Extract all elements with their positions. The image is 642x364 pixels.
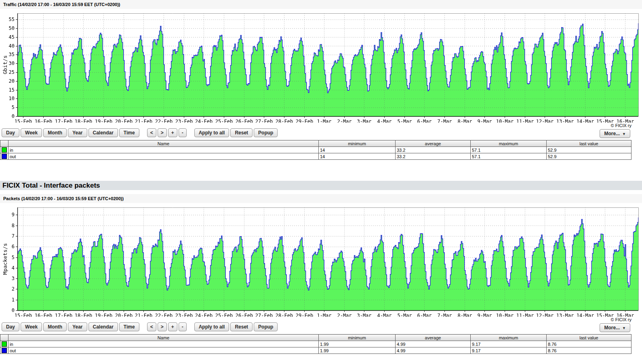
stat-max: 9.17 (471, 341, 547, 347)
zoom-out-button[interactable]: - (179, 128, 187, 137)
stat-max: 9.17 (471, 347, 547, 354)
step-back-button[interactable]: < (147, 128, 156, 137)
zoom-in-button[interactable]: + (168, 322, 177, 331)
col-last-value[interactable]: last value (547, 140, 631, 147)
series-name: in (8, 341, 319, 347)
chevron-down-icon: ▼ (622, 132, 626, 136)
col-maximum[interactable]: maximum (471, 140, 547, 147)
packets-graph (0, 203, 642, 317)
week-button[interactable]: Week (21, 322, 42, 331)
copyright-traffic: © FICIX ry (611, 123, 632, 128)
apply-to-all-button[interactable]: Apply to all (194, 128, 229, 137)
table-row: out 14 33.2 57.1 52.9 (0, 153, 631, 160)
time-button[interactable]: Time (119, 322, 139, 331)
stat-max: 57.1 (471, 153, 547, 160)
stat-last: 8.76 (547, 341, 631, 347)
day-button[interactable]: Day (2, 128, 19, 137)
zoom-in-button[interactable]: + (168, 128, 177, 137)
year-button[interactable]: Year (68, 128, 87, 137)
stat-last: 52.9 (547, 147, 631, 153)
more-dropdown-packets[interactable]: More...▼ (600, 323, 630, 332)
traffic-stats-table: Name minimum average maximum last value … (0, 140, 631, 160)
traffic-section: Traffic (14/02/20 17:00 - 16/03/20 15:59… (0, 0, 642, 160)
graph-title-packets: Packets (14/02/20 17:00 - 16/03/20 15:59… (0, 194, 642, 203)
stat-min: 14 (319, 153, 396, 160)
more-dropdown-traffic[interactable]: More...▼ (600, 129, 630, 138)
apply-to-all-button[interactable]: Apply to all (194, 322, 229, 331)
stat-avg: 4.99 (396, 341, 471, 347)
packets-section: Packets (14/02/20 17:00 - 16/03/20 15:59… (0, 194, 642, 354)
step-forward-button[interactable]: > (158, 128, 167, 137)
time-button[interactable]: Time (119, 128, 139, 137)
packets-stats-table: Name minimum average maximum last value … (0, 334, 631, 354)
calendar-button[interactable]: Calendar (88, 322, 118, 331)
series-name: out (8, 347, 319, 354)
month-button[interactable]: Month (43, 128, 67, 137)
table-row: in 14 33.2 57.1 52.9 (0, 147, 631, 153)
reset-button[interactable]: Reset (230, 128, 253, 137)
col-minimum[interactable]: minimum (319, 335, 396, 341)
col-swatch (0, 140, 8, 147)
stat-min: 14 (319, 147, 396, 153)
chevron-down-icon: ▼ (622, 326, 626, 330)
table-row: out 1.99 4.99 9.17 8.76 (0, 347, 631, 354)
more-label: More... (604, 325, 620, 331)
col-name[interactable]: Name (8, 335, 319, 341)
traffic-toolbar: Day Week Month Year Calendar Time < > + … (2, 123, 279, 137)
popup-button[interactable]: Popup (254, 128, 278, 137)
col-maximum[interactable]: maximum (471, 335, 547, 341)
popup-button[interactable]: Popup (254, 322, 278, 331)
series-name: in (8, 147, 319, 153)
col-average[interactable]: average (396, 335, 471, 341)
calendar-button[interactable]: Calendar (88, 128, 118, 137)
step-back-button[interactable]: < (147, 322, 156, 331)
col-last-value[interactable]: last value (547, 335, 631, 341)
stat-avg: 4.99 (396, 347, 471, 354)
more-label: More... (604, 131, 620, 136)
out-color-swatch (2, 348, 7, 353)
traffic-graph (0, 9, 642, 123)
graph-title-traffic: Traffic (14/02/20 17:00 - 16/03/20 15:59… (0, 0, 642, 9)
table-row: in 1.99 4.99 9.17 8.76 (0, 341, 631, 347)
copyright-packets: © FICIX ry (611, 317, 632, 322)
section-title: FICIX Total - Interface packets (0, 181, 642, 190)
col-name[interactable]: Name (8, 140, 319, 147)
stat-min: 1.99 (319, 341, 396, 347)
stat-last: 8.76 (547, 347, 631, 354)
year-button[interactable]: Year (68, 322, 87, 331)
reset-button[interactable]: Reset (230, 322, 253, 331)
in-color-swatch (2, 147, 7, 153)
stat-last: 52.9 (547, 153, 631, 160)
week-button[interactable]: Week (21, 128, 42, 137)
out-color-swatch (2, 154, 7, 159)
col-swatch (0, 335, 8, 341)
packets-toolbar: Day Week Month Year Calendar Time < > + … (2, 317, 279, 331)
stat-min: 1.99 (319, 347, 396, 354)
day-button[interactable]: Day (2, 322, 19, 331)
col-average[interactable]: average (396, 140, 471, 147)
month-button[interactable]: Month (43, 322, 67, 331)
stat-avg: 33.2 (396, 147, 471, 153)
stat-max: 57.1 (471, 147, 547, 153)
step-forward-button[interactable]: > (158, 322, 167, 331)
zoom-out-button[interactable]: - (179, 322, 187, 331)
in-color-swatch (2, 341, 7, 347)
col-minimum[interactable]: minimum (319, 140, 396, 147)
stat-avg: 33.2 (396, 153, 471, 160)
series-name: out (8, 153, 319, 160)
